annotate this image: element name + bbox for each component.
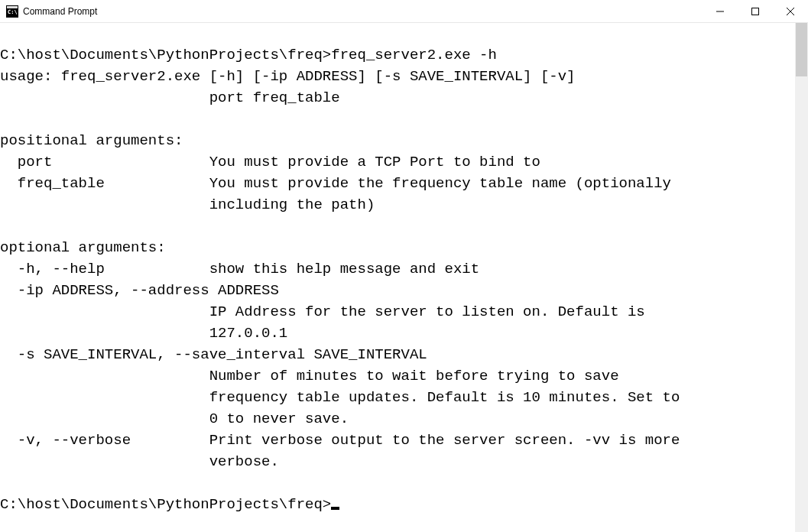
terminal-line: verbose. bbox=[0, 453, 279, 470]
terminal-line: C:\host\Documents\PythonProjects\freq>fr… bbox=[0, 47, 497, 63]
terminal-line: usage: freq_server2.exe [-h] [-ip ADDRES… bbox=[0, 68, 576, 85]
terminal-line: positional arguments: bbox=[0, 132, 183, 149]
svg-text:C:\: C:\ bbox=[8, 9, 18, 15]
terminal-line: -v, --verbose Print verbose output to th… bbox=[0, 432, 680, 449]
maximize-button[interactable] bbox=[738, 0, 773, 22]
cmd-icon: C:\ bbox=[6, 5, 18, 18]
close-button[interactable] bbox=[773, 0, 808, 22]
terminal-line: 0 to never save. bbox=[0, 410, 349, 427]
window-title: Command Prompt bbox=[23, 6, 703, 17]
scrollbar-thumb[interactable] bbox=[796, 23, 807, 76]
titlebar: C:\ Command Prompt bbox=[0, 0, 808, 23]
cursor bbox=[331, 507, 339, 510]
terminal-line: freq_table You must provide the frequenc… bbox=[0, 175, 671, 192]
terminal-area[interactable]: C:\host\Documents\PythonProjects\freq>fr… bbox=[0, 23, 808, 532]
terminal-line: -ip ADDRESS, --address ADDRESS bbox=[0, 282, 279, 299]
terminal-line: optional arguments: bbox=[0, 239, 166, 256]
terminal-line: -s SAVE_INTERVAL, --save_interval SAVE_I… bbox=[0, 346, 427, 363]
terminal-line: Number of minutes to wait before trying … bbox=[0, 368, 619, 384]
terminal-line: 127.0.0.1 bbox=[0, 325, 287, 342]
terminal-line: port You must provide a TCP Port to bind… bbox=[0, 154, 540, 170]
terminal-line: including the path) bbox=[0, 196, 375, 213]
terminal-content[interactable]: C:\host\Documents\PythonProjects\freq>fr… bbox=[0, 23, 795, 532]
terminal-prompt: C:\host\Documents\PythonProjects\freq> bbox=[0, 496, 331, 513]
scrollbar[interactable] bbox=[795, 23, 808, 532]
terminal-line: IP Address for the server to listen on. … bbox=[0, 303, 645, 320]
terminal-line: frequency table updates. Default is 10 m… bbox=[0, 389, 680, 406]
terminal-line: port freq_table bbox=[0, 89, 340, 106]
svg-rect-1 bbox=[7, 6, 18, 8]
terminal-line: -h, --help show this help message and ex… bbox=[0, 261, 479, 277]
window-controls bbox=[703, 0, 808, 22]
svg-rect-4 bbox=[752, 8, 759, 15]
minimize-button[interactable] bbox=[703, 0, 738, 22]
